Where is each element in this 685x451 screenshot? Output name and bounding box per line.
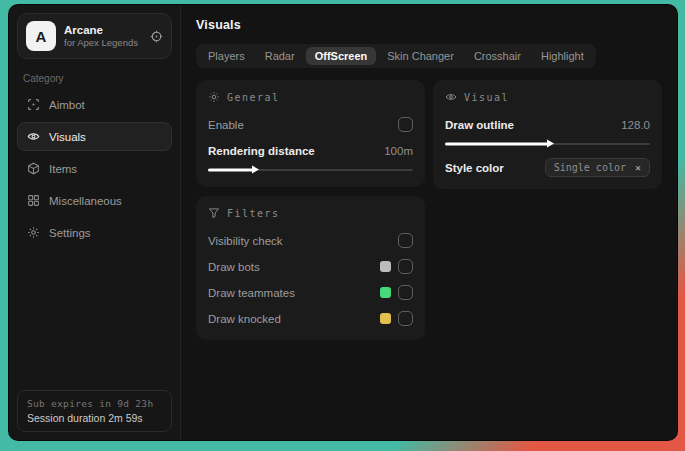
draw-bots-row: Draw bots: [208, 256, 413, 277]
general-panel-header: General: [208, 91, 413, 103]
draw-knocked-color-swatch[interactable]: [380, 313, 391, 324]
logo-card: A Arcane for Apex Legends: [17, 13, 172, 59]
general-panel: General Enable Rendering distance 100m: [196, 80, 425, 187]
slider-fill: [208, 168, 253, 171]
app-subtitle: for Apex Legends: [64, 37, 138, 49]
filters-panel-header: Filters: [208, 207, 413, 219]
funnel-icon: [208, 207, 220, 219]
tab-bar: Players Radar OffScreen Skin Changer Cro…: [196, 44, 596, 68]
style-color-value: Single color: [554, 162, 626, 173]
panels-grid: General Enable Rendering distance 100m: [196, 80, 662, 340]
tab-skin-changer[interactable]: Skin Changer: [378, 47, 463, 65]
rendering-distance-value: 100m: [384, 145, 413, 157]
gear-sun-icon: [208, 91, 220, 103]
eye-icon: [445, 91, 457, 103]
visual-panel-title: Visual: [464, 92, 509, 103]
visual-panel: Visual Draw outline 128.0 Style color Si…: [433, 80, 662, 189]
draw-outline-value: 128.0: [621, 119, 650, 131]
rendering-distance-row: Rendering distance 100m: [208, 140, 413, 161]
draw-teammates-color-swatch[interactable]: [380, 287, 391, 298]
grid-icon: [27, 194, 40, 207]
clear-icon[interactable]: ✕: [635, 162, 641, 173]
tab-highlight[interactable]: Highlight: [532, 47, 593, 65]
draw-teammates-row: Draw teammates: [208, 282, 413, 303]
style-color-label: Style color: [445, 162, 504, 174]
main-content: Visuals Players Radar OffScreen Skin Cha…: [181, 5, 677, 440]
logo-text: Arcane for Apex Legends: [64, 23, 138, 49]
crosshair-icon: [27, 98, 40, 111]
sidebar-item-label: Items: [49, 163, 77, 175]
draw-bots-label: Draw bots: [208, 261, 260, 273]
style-color-row: Style color Single color ✕: [445, 157, 650, 178]
draw-knocked-checkbox[interactable]: [398, 311, 413, 326]
page-title: Visuals: [196, 18, 662, 32]
draw-knocked-row: Draw knocked: [208, 308, 413, 329]
visibility-check-row: Visibility check: [208, 230, 413, 251]
eye-scan-icon: [27, 130, 40, 143]
rendering-distance-label: Rendering distance: [208, 145, 315, 157]
draw-outline-row: Draw outline 128.0: [445, 114, 650, 135]
category-label: Category: [23, 73, 166, 84]
sidebar-item-settings[interactable]: Settings: [17, 218, 172, 247]
subscription-info-card: Sub expires in 9d 23h Session duration 2…: [17, 390, 172, 432]
draw-teammates-label: Draw teammates: [208, 287, 295, 299]
visibility-check-checkbox[interactable]: [398, 233, 413, 248]
target-icon[interactable]: [150, 30, 163, 43]
tab-players[interactable]: Players: [199, 47, 254, 65]
sidebar-item-label: Miscellaneous: [49, 195, 122, 207]
draw-knocked-controls: [380, 311, 413, 326]
tab-radar[interactable]: Radar: [256, 47, 304, 65]
enable-label: Enable: [208, 119, 244, 131]
filters-panel: Filters Visibility check Draw bots: [196, 196, 425, 340]
tab-crosshair[interactable]: Crosshair: [465, 47, 530, 65]
sidebar-item-items[interactable]: Items: [17, 154, 172, 183]
sidebar: A Arcane for Apex Legends Category: [9, 5, 181, 440]
enable-row: Enable: [208, 114, 413, 135]
draw-bots-checkbox[interactable]: [398, 259, 413, 274]
draw-teammates-controls: [380, 285, 413, 300]
sidebar-item-label: Visuals: [49, 131, 86, 143]
visual-panel-header: Visual: [445, 91, 650, 103]
box-icon: [27, 162, 40, 175]
session-duration-text: Session duration 2m 59s: [27, 412, 162, 424]
enable-checkbox[interactable]: [398, 117, 413, 132]
right-column: Visual Draw outline 128.0 Style color Si…: [433, 80, 662, 189]
general-panel-title: General: [227, 92, 280, 103]
tab-offscreen[interactable]: OffScreen: [306, 47, 377, 65]
sidebar-item-label: Settings: [49, 227, 91, 239]
visibility-check-label: Visibility check: [208, 235, 283, 247]
left-column: General Enable Rendering distance 100m: [196, 80, 425, 340]
app-window: A Arcane for Apex Legends Category: [8, 4, 678, 441]
sidebar-item-miscellaneous[interactable]: Miscellaneous: [17, 186, 172, 215]
sidebar-item-visuals[interactable]: Visuals: [17, 122, 172, 151]
style-color-select[interactable]: Single color ✕: [545, 158, 650, 177]
sub-expires-text: Sub expires in 9d 23h: [27, 398, 162, 409]
draw-teammates-checkbox[interactable]: [398, 285, 413, 300]
draw-knocked-label: Draw knocked: [208, 313, 281, 325]
app-logo: A: [26, 21, 56, 51]
sidebar-item-label: Aimbot: [49, 99, 85, 111]
filters-panel-title: Filters: [227, 208, 280, 219]
app-title: Arcane: [64, 23, 138, 37]
draw-bots-controls: [380, 259, 413, 274]
draw-outline-label: Draw outline: [445, 119, 514, 131]
gear-icon: [27, 226, 40, 239]
rendering-distance-slider[interactable]: [208, 165, 413, 174]
slider-fill: [445, 142, 548, 145]
draw-outline-slider[interactable]: [445, 139, 650, 148]
sidebar-item-aimbot[interactable]: Aimbot: [17, 90, 172, 119]
draw-bots-color-swatch[interactable]: [380, 261, 391, 272]
